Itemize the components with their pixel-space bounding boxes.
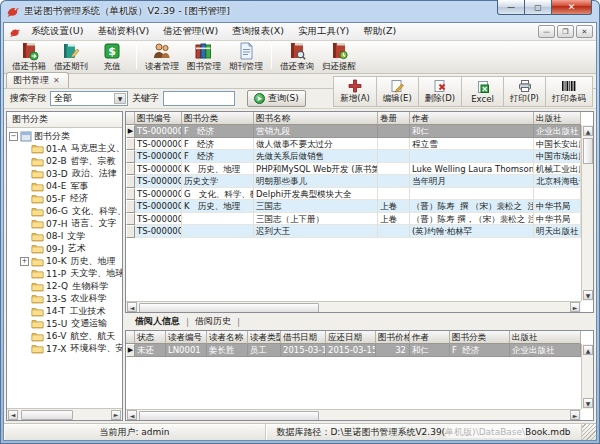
scroll-left-icon[interactable]: ◄	[8, 410, 18, 420]
scroll-down-icon[interactable]: ▼	[583, 290, 593, 300]
scroll-right-icon[interactable]: ►	[111, 410, 121, 420]
delete-button[interactable]: 删除(D)	[419, 77, 462, 106]
tree-item-05-F[interactable]: 05-F经济	[9, 193, 122, 206]
tree-item-14-T[interactable]: 14-T工业技术	[9, 305, 122, 318]
col-category[interactable]: 图书分类	[182, 112, 254, 125]
table-row[interactable]: ▶未还LN0001姜长胜员工2015-03-122015-03-1532和仁F …	[126, 344, 581, 357]
maximize-button[interactable]: ▢	[525, 0, 552, 15]
col-price[interactable]: 图书价格	[376, 331, 410, 344]
tree-item-04-E[interactable]: 04-E军事	[9, 180, 122, 193]
table-row[interactable]: TS-00000011迟到大王(英)约翰·柏林罕明天出版社	[126, 225, 581, 238]
row-selector[interactable]	[126, 213, 135, 226]
chevron-down-icon[interactable]: ▼	[114, 93, 126, 104]
tree-item-10-K[interactable]: +10-K历史、地理	[9, 255, 122, 268]
menu-report[interactable]: 查询报表(X)	[225, 23, 291, 40]
col-title[interactable]: 图书名称	[254, 112, 378, 125]
scroll-right-icon[interactable]: ►	[570, 410, 580, 420]
mdi-close-button[interactable]: ✕	[576, 25, 593, 38]
edit-button[interactable]: 编辑(E)	[377, 77, 419, 106]
minimize-button[interactable]: —	[497, 0, 525, 15]
tree-item-03-D[interactable]: 03-D政治、法律	[9, 168, 122, 181]
tree-item-01-A[interactable]: 01-A马克思主义、列	[9, 143, 122, 156]
tree-root[interactable]: − 图书分类	[9, 130, 122, 143]
collapse-icon[interactable]: −	[9, 132, 18, 141]
tree-item-09-J[interactable]: 09-J艺术	[9, 243, 122, 256]
tab-books-manage[interactable]: 图书管理 ✕	[6, 72, 69, 88]
scroll-up-icon[interactable]: ▲	[583, 126, 593, 136]
col-due-date[interactable]: 应还日期	[326, 331, 376, 344]
table-row[interactable]: TS-00000003F 经济先做关系后做销售中国市场出版社	[126, 150, 581, 163]
tab-borrow-history[interactable]: 借阅历史	[189, 313, 237, 330]
tree-hscrollbar[interactable]: ◄ ►	[7, 408, 122, 420]
scroll-right-icon[interactable]: ►	[570, 302, 580, 312]
scroll-left-icon[interactable]: ◄	[127, 410, 137, 420]
expand-icon[interactable]: +	[20, 257, 29, 266]
tree-item-15-U[interactable]: 15-U交通运输	[9, 318, 122, 331]
scroll-down-icon[interactable]: ▼	[583, 398, 593, 408]
tree-item-11-P[interactable]: 11-P天文学、地球科	[9, 268, 122, 281]
scroll-up-icon[interactable]: ▲	[583, 345, 593, 355]
keyword-input[interactable]	[163, 91, 235, 106]
table-row[interactable]: ▶TS-00000001F 经济营销九段和仁企业出版社	[126, 125, 581, 138]
tree-item-13-S[interactable]: 13-S农业科学	[9, 293, 122, 306]
menu-system[interactable]: 系统设置(U)	[24, 23, 90, 40]
toolbar-borrow-journals[interactable]: 借还期刊	[50, 42, 92, 72]
query-button[interactable]: ➤ 查询(S)	[247, 90, 306, 107]
col-reader-type[interactable]: 读者类型	[248, 331, 281, 344]
toolbar-return-reminder[interactable]: 归还提醒	[318, 42, 360, 72]
excel-button[interactable]: Excel	[462, 77, 504, 106]
col-category[interactable]: 图书分类	[450, 331, 510, 344]
row-selector[interactable]	[126, 138, 135, 151]
tree-item-16-V[interactable]: 16-V航空、航天	[9, 330, 122, 343]
tree-item-06-G[interactable]: 06-G文化、科学、教	[9, 205, 122, 218]
tab-borrower-info[interactable]: 借阅人信息	[129, 313, 186, 330]
toolbar-borrow-query[interactable]: 借还查询	[276, 42, 318, 72]
table-row[interactable]: TS-00000010三国志（上下册）上卷（晋）陈寿 撰，（宋）裴松之 注中华书…	[126, 213, 581, 226]
tree-item-12-Q[interactable]: 12-Q生物科学	[9, 280, 122, 293]
borrow-hscrollbar[interactable]: ◄ ►	[126, 409, 581, 420]
borrow-vscrollbar[interactable]: ▲ ▼	[581, 344, 593, 409]
col-publisher[interactable]: 出版社	[510, 331, 581, 344]
menu-basedata[interactable]: 基础资料(V)	[90, 23, 156, 40]
row-selector[interactable]: ▶	[126, 344, 135, 357]
print-button[interactable]: 打印(P)	[504, 77, 546, 106]
col-publisher[interactable]: 出版社	[534, 112, 581, 125]
col-author[interactable]: 作者	[410, 112, 534, 125]
toolbar-borrow-books[interactable]: 借还书籍	[8, 42, 50, 72]
col-borrow-date[interactable]: 借书日期	[281, 331, 326, 344]
toolbar-readers[interactable]: 读者管理	[141, 42, 183, 72]
mdi-minimize-button[interactable]: —	[538, 25, 555, 38]
col-status[interactable]: 状态	[135, 331, 166, 344]
books-vscrollbar[interactable]: ▲ ▼	[581, 125, 593, 301]
toolbar-recharge[interactable]: $ 充值	[92, 42, 132, 72]
table-row[interactable]: TS-00000009K 历史、地理三国志上卷（晋）陈寿 撰 （宋）裴松之 注中…	[126, 200, 581, 213]
col-author[interactable]: 作者	[410, 331, 450, 344]
tree-item-07-H[interactable]: 07-H语言、文字	[9, 218, 122, 231]
scroll-left-icon[interactable]: ◄	[127, 302, 137, 312]
mdi-restore-button[interactable]: ❐	[557, 25, 574, 38]
menu-help[interactable]: 帮助(Z)	[356, 23, 403, 40]
row-selector[interactable]	[126, 225, 135, 238]
table-row[interactable]: TS-00000002F 经济做人做事不要太过分程立雪中国长安出版社	[126, 138, 581, 151]
table-row[interactable]: TS-00000004K 历史、地理PHP和MySQL Web开发 (原书第4版…	[126, 163, 581, 176]
resize-grip[interactable]	[582, 424, 596, 440]
toolbar-journal-manage[interactable]: 期刊管理	[225, 42, 267, 72]
col-volume[interactable]: 卷册	[378, 112, 410, 125]
row-selector[interactable]	[126, 175, 135, 188]
col-reader-id[interactable]: 读者编号	[166, 331, 207, 344]
table-row[interactable]: TS-00000007历史文学明朝那些事儿当年明月北京科海电子出版社	[126, 175, 581, 188]
col-book-id[interactable]: 图书编号	[135, 112, 182, 125]
tree-item-17-X[interactable]: 17-X环境科学、安全	[9, 343, 122, 356]
books-hscrollbar[interactable]: ◄ ►	[126, 301, 581, 312]
table-row[interactable]: TS-00000008G 文化、科学、教育Delphi开发典型模块大全	[126, 188, 581, 201]
search-field-select[interactable]: 全部 ▼	[50, 91, 128, 106]
menu-borrow[interactable]: 借还管理(W)	[156, 23, 225, 40]
row-selector[interactable]: ▶	[126, 125, 135, 138]
add-button[interactable]: 新增(A)	[334, 77, 376, 106]
close-button[interactable]: ✕	[552, 0, 592, 15]
tree-item-02-B[interactable]: 02-B哲学、宗教	[9, 155, 122, 168]
menu-tools[interactable]: 实用工具(Y)	[291, 23, 356, 40]
col-reader-name[interactable]: 读者名称	[207, 331, 248, 344]
print-barcode-button[interactable]: 打印条码	[546, 77, 592, 106]
tree-item-08-I[interactable]: 08-I文学	[9, 230, 122, 243]
